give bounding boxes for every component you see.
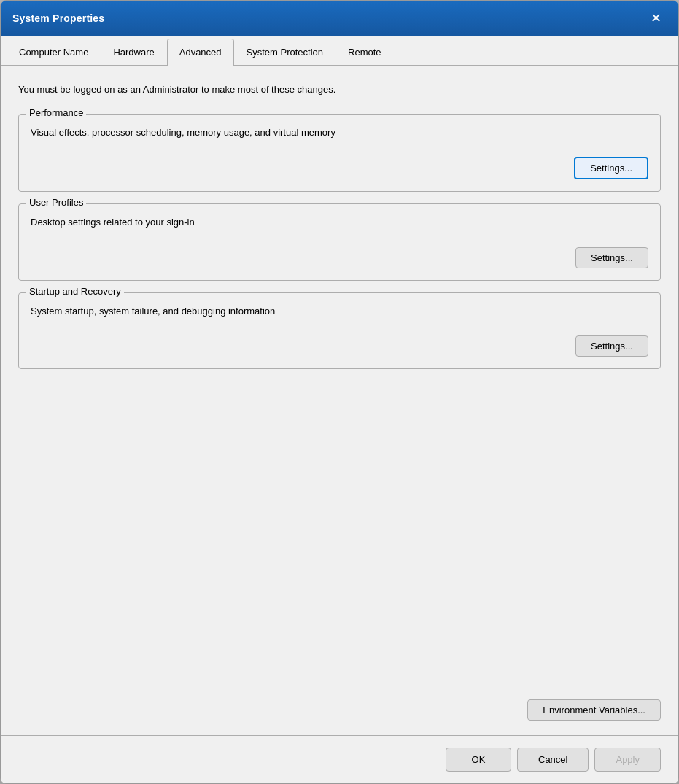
- tab-hardware[interactable]: Hardware: [101, 39, 166, 65]
- env-vars-row: Environment Variables...: [18, 699, 661, 721]
- performance-settings-button[interactable]: Settings...: [574, 157, 648, 179]
- startup-recovery-settings-button[interactable]: Settings...: [575, 335, 648, 357]
- content-area: You must be logged on as an Administrato…: [1, 66, 678, 735]
- apply-button[interactable]: Apply: [594, 748, 661, 772]
- user-profiles-settings-button[interactable]: Settings...: [575, 247, 648, 268]
- startup-recovery-btn-row: Settings...: [31, 335, 648, 357]
- tab-computer-name[interactable]: Computer Name: [7, 39, 101, 65]
- tab-bar: Computer Name Hardware Advanced System P…: [1, 36, 678, 66]
- tab-advanced[interactable]: Advanced: [167, 39, 234, 66]
- user-profiles-group-label: User Profiles: [26, 197, 86, 208]
- performance-group: Performance Visual effects, processor sc…: [18, 114, 661, 192]
- ok-button[interactable]: OK: [446, 748, 511, 772]
- dialog-title: System Properties: [12, 12, 104, 24]
- system-properties-dialog: System Properties ✕ Computer Name Hardwa…: [0, 0, 679, 784]
- tab-system-protection[interactable]: System Protection: [234, 39, 336, 65]
- user-profiles-group: User Profiles Desktop settings related t…: [18, 203, 661, 280]
- cancel-button[interactable]: Cancel: [517, 748, 589, 772]
- close-button[interactable]: ✕: [645, 7, 667, 29]
- title-bar: System Properties ✕: [1, 1, 678, 36]
- startup-recovery-description: System startup, system failure, and debu…: [31, 305, 648, 318]
- performance-group-label: Performance: [26, 107, 86, 118]
- startup-recovery-group-label: Startup and Recovery: [26, 286, 124, 297]
- user-profiles-btn-row: Settings...: [31, 247, 648, 268]
- admin-notice: You must be logged on as an Administrato…: [18, 80, 661, 102]
- environment-variables-button[interactable]: Environment Variables...: [527, 699, 661, 721]
- performance-btn-row: Settings...: [31, 157, 648, 179]
- tab-remote[interactable]: Remote: [335, 39, 394, 65]
- footer: OK Cancel Apply: [1, 735, 678, 783]
- startup-recovery-group: Startup and Recovery System startup, sys…: [18, 292, 661, 369]
- performance-description: Visual effects, processor scheduling, me…: [31, 126, 648, 139]
- user-profiles-description: Desktop settings related to your sign-in: [31, 216, 648, 229]
